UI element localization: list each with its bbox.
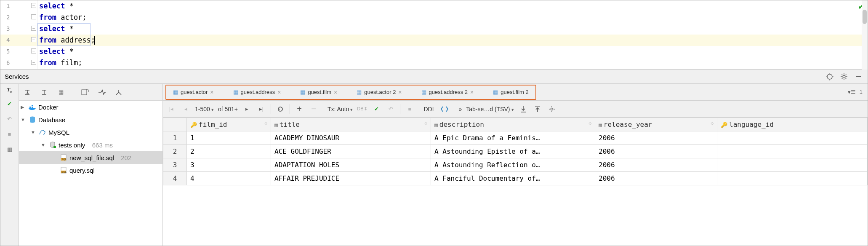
collapse-all-icon[interactable] <box>39 87 49 97</box>
services-label: Services <box>5 73 29 80</box>
minimize-icon[interactable] <box>853 72 863 82</box>
merge-icon[interactable] <box>114 87 124 97</box>
tab-guest-address[interactable]: ▦guest.address× <box>229 86 285 99</box>
mysql-icon <box>38 129 47 135</box>
svg-rect-18 <box>32 105 33 106</box>
submit-icon[interactable]: ✔ <box>371 104 381 114</box>
tree-toolbar: ▦ <box>19 84 162 101</box>
table-icon: ▦ <box>493 89 498 95</box>
stop-icon[interactable]: ■ <box>405 104 415 114</box>
prev-page-icon[interactable]: ◂ <box>181 104 191 114</box>
rollback-icon[interactable]: ↶ <box>5 114 15 124</box>
editor-scrollbar[interactable] <box>862 0 868 70</box>
run-rail: Tx ✔ ↶ ■ ▥ <box>0 84 19 246</box>
svg-line-12 <box>842 78 843 79</box>
table-icon: ▦ <box>357 89 362 95</box>
svg-point-5 <box>843 75 845 78</box>
fold-icon[interactable]: – <box>31 26 36 31</box>
fold-icon[interactable]: – <box>31 60 36 65</box>
next-page-icon[interactable]: ▸ <box>242 104 252 114</box>
column-icon: ▦ <box>599 122 602 128</box>
close-icon[interactable]: × <box>277 89 281 96</box>
table-row[interactable]: 2 2 ACE GOLDFINGER A Astounding Epistle … <box>163 145 868 158</box>
docker-icon <box>28 104 37 110</box>
commit-icon[interactable]: ✔ <box>5 99 15 109</box>
tree-node-mysql[interactable]: ▼ MySQL <box>19 126 162 139</box>
grid-icon[interactable]: ▦ <box>56 87 66 97</box>
table-row[interactable]: 4 4 AFFAIR PREJUDICE A Fanciful Document… <box>163 172 868 185</box>
table-icon: ▦ <box>233 89 238 95</box>
target-icon[interactable] <box>825 72 835 82</box>
tab-guest-film[interactable]: ▦guest.film× <box>296 86 341 99</box>
tree-node-database[interactable]: ▼ Database <box>19 113 162 126</box>
export-format[interactable]: Tab-se…d (TSV) <box>466 106 514 112</box>
svg-point-0 <box>827 74 832 79</box>
key-icon: 🔑 <box>190 122 197 128</box>
reload-icon[interactable] <box>275 104 285 114</box>
close-icon[interactable]: × <box>470 89 474 96</box>
revert-icon[interactable]: ↶ <box>386 104 396 114</box>
svg-rect-17 <box>32 107 33 108</box>
tree-node-tests[interactable]: ▼ tests only 663 ms <box>19 139 162 151</box>
tab-counter: 1 <box>860 89 863 95</box>
diff-icon[interactable] <box>97 87 107 97</box>
tx-mode[interactable]: Tx: Auto <box>327 106 353 112</box>
tree-node-file1[interactable]: SQL new_sql_file.sql 202 <box>19 151 162 164</box>
close-icon[interactable]: × <box>210 89 213 96</box>
db-commit-icon[interactable]: DB↧ <box>357 104 367 114</box>
column-icon: ▦ <box>274 122 278 128</box>
expand-all-icon[interactable] <box>22 87 32 97</box>
download-icon[interactable] <box>518 104 528 114</box>
ddl-diff-icon[interactable] <box>439 104 450 114</box>
table-row[interactable]: 1 1 ACADEMY DINOSAUR A Epic Drama of a F… <box>163 131 868 145</box>
tab-guest-actor-2[interactable]: ▦guest.actor 2× <box>352 86 406 99</box>
layout-icon[interactable]: ▥ <box>5 144 15 155</box>
add-row-icon[interactable]: + <box>294 104 304 114</box>
svg-point-21 <box>53 146 56 148</box>
table-icon: ▦ <box>421 89 426 95</box>
fold-icon[interactable]: – <box>31 37 36 42</box>
ddl-button[interactable]: DDL <box>423 106 435 112</box>
table-row[interactable]: 3 3 ADAPTATION HOLES A Astounding Reflec… <box>163 158 868 172</box>
last-page-icon[interactable]: ▸| <box>256 104 266 114</box>
svg-line-11 <box>846 78 847 79</box>
tree-node-file2[interactable]: SQL query.sql <box>19 164 162 176</box>
editor-gutter: 1– 2– 3– 4– 5– 6– <box>0 0 37 69</box>
svg-line-13 <box>846 74 847 75</box>
close-icon[interactable]: × <box>334 89 337 96</box>
svg-point-28 <box>551 108 553 110</box>
sql-file-icon: SQL <box>59 167 68 174</box>
fold-icon[interactable]: – <box>31 14 36 19</box>
table-icon: ▦ <box>173 89 178 95</box>
page-range[interactable]: 1-500 <box>195 106 214 112</box>
first-page-icon[interactable]: |◂ <box>166 104 176 114</box>
services-tree[interactable]: ▦ ▶ Docker ▼ <box>19 84 163 246</box>
tab-guest-film-2[interactable]: ▦guest.film 2 <box>489 86 533 99</box>
upload-icon[interactable] <box>533 104 543 114</box>
editor-code[interactable]: select * from actor; select * from addre… <box>37 0 868 69</box>
tab-guest-address-2[interactable]: ▦guest.address 2× <box>417 86 478 99</box>
more-icon[interactable]: » <box>458 106 462 112</box>
svg-rect-14 <box>856 76 861 77</box>
table-header[interactable]: 🔑film_id◇ ▦title◇ ▦description◇ ▦release… <box>163 118 868 131</box>
close-icon[interactable]: × <box>398 89 402 96</box>
tx-icon[interactable]: Tx <box>7 86 12 94</box>
services-panel-header: Services <box>0 70 868 84</box>
svg-rect-15 <box>82 90 87 95</box>
code-editor[interactable]: 1– 2– 3– 4– 5– 6– select * from actor; s… <box>0 0 868 70</box>
fold-icon[interactable]: – <box>31 48 36 53</box>
gear-icon[interactable] <box>839 72 849 82</box>
gear-icon[interactable] <box>547 104 557 114</box>
svg-text:SQL: SQL <box>61 158 67 160</box>
result-tabs: ▦guest.actor× ▦guest.address× ▦guest.fil… <box>163 84 868 101</box>
result-grid[interactable]: 🔑film_id◇ ▦title◇ ▦description◇ ▦release… <box>163 118 868 246</box>
tab-guest-actor[interactable]: ▦guest.actor× <box>169 86 218 99</box>
remove-row-icon[interactable]: − <box>309 104 319 114</box>
fold-icon[interactable]: – <box>31 3 36 8</box>
tabs-dropdown-icon[interactable]: ▾☰ <box>847 87 857 97</box>
open-tab-icon[interactable] <box>80 87 90 97</box>
tree-node-docker[interactable]: ▶ Docker <box>19 101 162 113</box>
data-toolbar: |◂ ◂ 1-500 of 501+ ▸ ▸| + − Tx: Auto DB↧… <box>163 101 868 118</box>
stop-icon[interactable]: ■ <box>5 129 15 139</box>
result-tabs-highlight: ▦guest.actor× ▦guest.address× ▦guest.fil… <box>165 85 536 100</box>
